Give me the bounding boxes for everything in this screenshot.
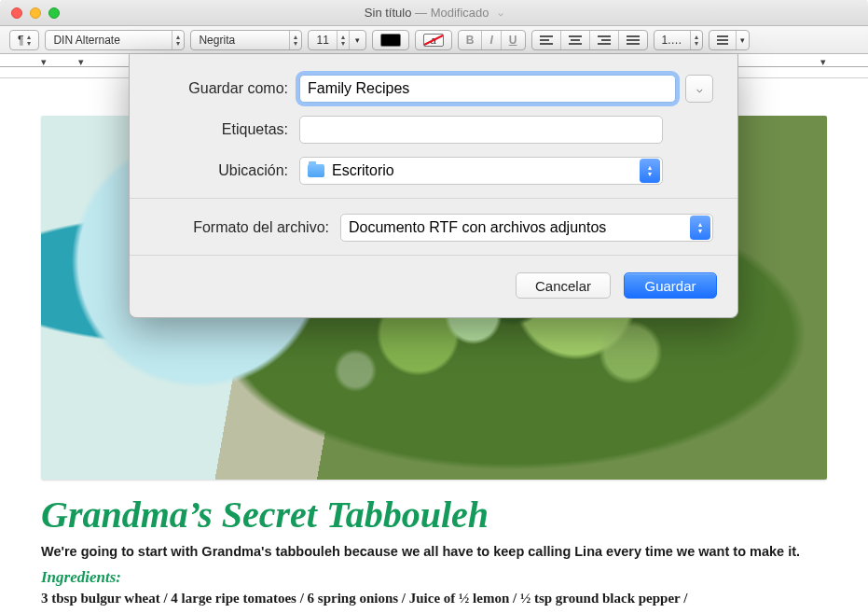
chevron-updown-icon: ▴▾ <box>690 216 710 240</box>
save-button[interactable]: Guardar <box>624 272 717 299</box>
pilcrow-icon: ¶ <box>18 34 23 47</box>
app-window: Sin título — Modificado ⌵ ¶▴▾ DIN Altern… <box>0 0 868 613</box>
save-as-input[interactable] <box>299 75 676 103</box>
chevron-updown-icon: ▴▾ <box>640 159 660 183</box>
left-indent-marker[interactable]: ▾ <box>41 56 47 68</box>
font-family-menu[interactable]: DIN Alternate ▴▾ <box>45 30 185 50</box>
svg-line-0 <box>424 35 443 45</box>
save-as-label: Guardar como: <box>154 80 299 97</box>
chevron-updown-icon: ▴▾ <box>27 34 31 47</box>
paragraph-style-menu[interactable]: ¶▴▾ <box>9 30 39 50</box>
chevron-down-icon: ⌵ <box>696 83 703 95</box>
chevron-updown-icon: ▴▾ <box>695 34 698 47</box>
window-title: Sin título — Modificado ⌵ <box>0 6 868 20</box>
chevron-updown-icon: ▴▾ <box>341 34 345 47</box>
recipe-intro[interactable]: We're going to start with Grandma's tabb… <box>41 544 827 559</box>
window-controls <box>0 7 60 19</box>
location-label: Ubicación: <box>154 162 299 179</box>
folder-icon <box>308 164 324 177</box>
chevron-down-icon: ▾ <box>740 35 745 45</box>
align-justify-button[interactable] <box>619 31 647 49</box>
line-spacing-value: 1.… <box>662 34 682 47</box>
strikethrough-icon: a <box>423 34 444 47</box>
tags-input[interactable] <box>299 116 663 144</box>
bold-button[interactable]: B <box>459 31 483 49</box>
text-color-button[interactable] <box>372 30 409 50</box>
first-line-indent-marker[interactable]: ▾ <box>78 56 84 68</box>
cancel-button[interactable]: Cancelar <box>516 272 611 299</box>
list-style-menu[interactable]: ▾ <box>709 30 750 50</box>
location-value: Escritorio <box>332 162 394 179</box>
list-icon <box>717 35 728 45</box>
file-format-label: Formato del archivo: <box>154 219 340 236</box>
align-center-button[interactable] <box>561 31 590 49</box>
ingredients-line[interactable]: 3 tbsp bulgur wheat / 4 large ripe tomat… <box>41 591 827 606</box>
file-format-value: Documento RTF con archivos adjuntos <box>349 219 606 236</box>
font-style-value: Negrita <box>199 34 235 47</box>
location-row: Ubicación: Escritorio ▴▾ <box>154 157 713 185</box>
font-style-menu[interactable]: Negrita ▴▾ <box>190 30 302 50</box>
line-spacing-menu[interactable]: 1.… ▴▾ <box>654 30 703 50</box>
expand-dialog-button[interactable]: ⌵ <box>685 75 713 103</box>
biu-group: B I U <box>458 30 526 50</box>
file-format-popup[interactable]: Documento RTF con archivos adjuntos ▴▾ <box>340 214 713 242</box>
save-sheet: Guardar como: ⌵ Etiquetas: Ubicación: Es… <box>129 54 738 318</box>
minimize-window-button[interactable] <box>30 7 41 19</box>
recipe-text: Grandma’s Secret Tabbouleh We're going t… <box>41 493 827 606</box>
highlight-color-button[interactable]: a <box>415 30 452 50</box>
tags-label: Etiquetas: <box>154 121 299 138</box>
chevron-updown-icon: ▴▾ <box>176 34 180 47</box>
doc-modified: Modificado <box>431 6 489 20</box>
file-format-row: Formato del archivo: Documento RTF con a… <box>154 214 713 242</box>
save-as-row: Guardar como: ⌵ <box>154 75 713 103</box>
sheet-actions: Cancelar Guardar <box>130 256 737 317</box>
font-size-value: 11 <box>316 34 328 47</box>
title-menu-chevron-icon[interactable]: ⌵ <box>498 7 503 18</box>
titlebar: Sin título — Modificado ⌵ <box>0 0 868 26</box>
location-popup[interactable]: Escritorio ▴▾ <box>299 157 663 185</box>
doc-title: Sin título <box>365 6 412 20</box>
alignment-group <box>531 30 648 50</box>
font-size-control[interactable]: 11 ▴▾ ▾ <box>308 30 365 50</box>
format-toolbar: ¶▴▾ DIN Alternate ▴▾ Negrita ▴▾ 11 ▴▾ ▾ … <box>0 26 868 54</box>
zoom-window-button[interactable] <box>48 7 60 19</box>
recipe-heading[interactable]: Grandma’s Secret Tabbouleh <box>41 493 827 536</box>
text-color-swatch <box>380 34 401 47</box>
chevron-down-icon: ▾ <box>355 35 360 45</box>
underline-button[interactable]: U <box>502 31 525 49</box>
right-indent-marker[interactable]: ▾ <box>820 56 826 68</box>
close-window-button[interactable] <box>11 7 22 19</box>
align-left-button[interactable] <box>532 31 561 49</box>
italic-button[interactable]: I <box>482 31 501 49</box>
font-family-value: DIN Alternate <box>53 34 119 47</box>
ingredients-label[interactable]: Ingredients: <box>41 568 827 587</box>
chevron-updown-icon: ▴▾ <box>294 34 297 47</box>
align-right-button[interactable] <box>590 31 619 49</box>
tags-row: Etiquetas: <box>154 116 713 144</box>
